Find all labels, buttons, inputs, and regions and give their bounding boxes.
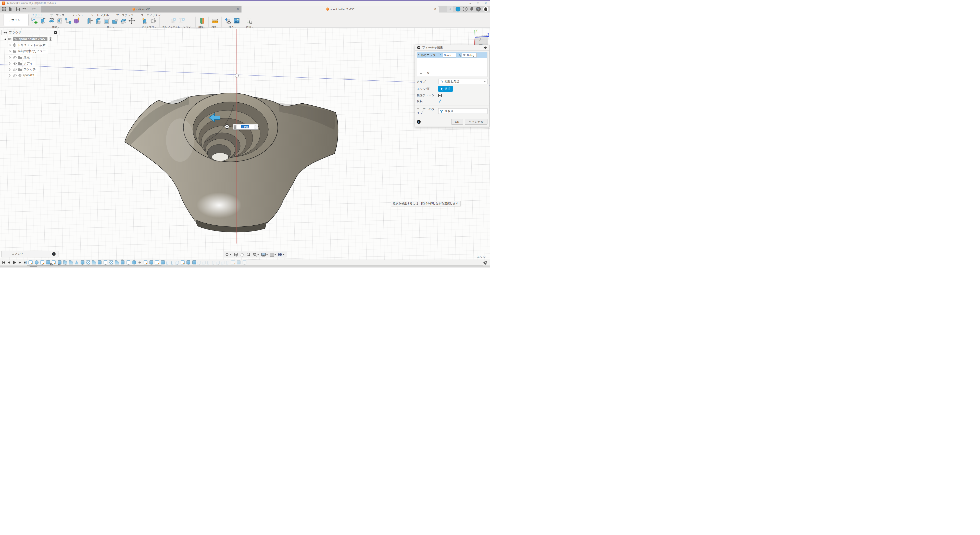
dialog-header[interactable]: フィーチャ編集 <box>415 45 489 51</box>
fillet-icon[interactable] <box>94 17 102 24</box>
timeline-feature-extrude[interactable] <box>161 260 165 264</box>
origin-point-handle[interactable] <box>235 74 239 77</box>
corner-type-dropdown[interactable]: 面取り <box>438 108 487 114</box>
pattern-icon[interactable] <box>64 17 72 24</box>
browser-root-row[interactable]: spool holder 2 v27 <box>4 37 59 42</box>
timeline-scrollbar[interactable] <box>0 265 490 267</box>
timeline-feature-frame[interactable] <box>127 260 130 264</box>
timeline-feature-fillet[interactable] <box>115 260 119 264</box>
timeline-feature-fillet[interactable] <box>63 260 67 264</box>
timeline-feature-cylinder[interactable] <box>132 260 136 264</box>
expander-icon[interactable] <box>9 62 11 65</box>
tab-spool-holder[interactable]: spool holder 2 v27* ✕ <box>242 6 439 13</box>
expander-icon[interactable] <box>9 56 11 59</box>
canvas-image-icon[interactable] <box>232 17 240 24</box>
eye-off-icon[interactable] <box>13 56 17 59</box>
assistant-icon[interactable]: ✦ <box>455 6 460 11</box>
minimize-button[interactable]: – <box>466 0 474 6</box>
create-sketch-icon[interactable] <box>30 17 38 24</box>
shell-icon[interactable] <box>103 17 110 24</box>
flip-icon[interactable] <box>438 99 442 103</box>
timeline-feature-paste[interactable] <box>203 261 205 264</box>
maximize-button[interactable]: □ <box>474 0 482 6</box>
orbit-icon[interactable] <box>225 252 231 257</box>
distance-input[interactable]: 3 mm <box>443 53 456 57</box>
timeline-feature-sketch[interactable] <box>181 260 185 264</box>
timeline-feature-rib[interactable] <box>75 260 79 264</box>
timeline-feature-extrude[interactable] <box>58 260 62 264</box>
timeline-feature-extrude[interactable] <box>121 260 124 264</box>
expander-icon[interactable] <box>9 50 11 53</box>
chamfer-manipulator-handle[interactable] <box>225 124 229 129</box>
tab-close-icon[interactable]: ✕ <box>434 7 436 11</box>
timeline-step-forward-icon[interactable] <box>18 261 21 264</box>
timeline-feature-paste[interactable] <box>172 261 174 264</box>
create-form-icon[interactable] <box>73 17 80 24</box>
timeline-feature-pattern[interactable] <box>109 260 113 264</box>
help-icon[interactable]: ? <box>476 6 481 11</box>
timeline-settings-gear-icon[interactable] <box>484 261 487 265</box>
look-at-icon[interactable] <box>234 253 238 257</box>
press-pull-icon[interactable] <box>86 17 93 24</box>
timeline-feature-extrude[interactable] <box>81 260 84 264</box>
timeline-feature-paste[interactable] <box>167 261 169 264</box>
timeline-feature-paste[interactable] <box>207 261 210 264</box>
offset-face-icon[interactable] <box>119 17 127 24</box>
timeline-feature-fillet[interactable] <box>69 260 73 264</box>
type-dropdown[interactable]: 距離と角度 <box>438 78 487 84</box>
construction-plane-icon[interactable] <box>198 17 206 24</box>
timeline-feature-extrude[interactable] <box>237 260 240 264</box>
job-status-icon[interactable] <box>463 6 468 11</box>
timeline-feature-paste[interactable] <box>198 261 201 264</box>
timeline-step-back-icon[interactable] <box>8 261 10 264</box>
ok-button[interactable]: OK <box>451 119 463 125</box>
dimension-input-box[interactable]: 3 mm <box>233 124 258 130</box>
angle-input[interactable]: 30.0 deg <box>462 53 477 57</box>
expander-icon[interactable] <box>9 74 11 77</box>
eye-off-icon[interactable] <box>13 68 17 71</box>
file-menu-icon[interactable] <box>8 7 14 11</box>
timeline-feature-paste[interactable] <box>212 261 215 264</box>
select-icon[interactable] <box>246 17 253 24</box>
timeline-feature-move[interactable] <box>138 260 142 264</box>
new-component-icon[interactable] <box>141 17 148 24</box>
browser-remove-icon[interactable] <box>54 31 57 34</box>
extrude-icon[interactable] <box>39 17 47 24</box>
selection-row[interactable]: 1 個のエッジ 3 mm 30.0 deg <box>417 52 487 58</box>
eye-off-icon[interactable] <box>13 74 17 77</box>
remove-selection-button[interactable]: ✕ <box>427 71 430 76</box>
timeline-group-icon[interactable] <box>25 261 29 264</box>
select-button[interactable]: 選択 <box>438 86 453 92</box>
tab-caliper[interactable]: caliper v3* ✕ <box>41 6 241 13</box>
grid-settings-icon[interactable] <box>270 253 276 257</box>
comments-bar[interactable]: コメント + <box>1 251 59 257</box>
redo-icon[interactable] <box>31 7 38 11</box>
undo-icon[interactable] <box>22 7 29 11</box>
timeline-feature-extrude[interactable] <box>98 260 102 264</box>
tangent-chain-checkbox[interactable] <box>438 94 442 97</box>
root-component[interactable]: spool holder 2 v27 <box>13 37 48 42</box>
eye-icon[interactable] <box>8 38 12 40</box>
save-icon[interactable] <box>16 7 20 11</box>
fit-icon[interactable] <box>253 252 259 257</box>
timeline-feature-sketch[interactable] <box>52 260 56 264</box>
timeline-scrollbar-thumb[interactable] <box>30 266 37 267</box>
timeline-feature-sketch[interactable] <box>231 260 235 264</box>
timeline-feature-pattern[interactable] <box>86 260 90 264</box>
dialog-dock-icon[interactable] <box>484 46 487 49</box>
cancel-button[interactable]: キャンセル <box>465 119 487 125</box>
browser-item-spool[interactable]: spool0:1 <box>8 73 37 77</box>
browser-item-sketches[interactable]: スケッチ <box>8 67 38 72</box>
expander-icon[interactable] <box>9 68 11 71</box>
new-tab-button[interactable]: + <box>447 6 453 12</box>
through-hole[interactable] <box>212 153 229 161</box>
timeline-feature-extrude[interactable] <box>186 260 190 264</box>
dialog-collapse-icon[interactable] <box>417 46 420 49</box>
browser-item-named-views[interactable]: 名前の付いたビュー <box>8 49 48 54</box>
joint-icon[interactable] <box>149 17 157 24</box>
configure-icon[interactable] <box>170 17 177 24</box>
insert-derive-icon[interactable] <box>224 17 232 24</box>
hole-icon[interactable] <box>56 17 64 24</box>
timeline-feature-sketch[interactable] <box>29 260 33 264</box>
timeline-feature-revolve[interactable] <box>35 260 38 264</box>
